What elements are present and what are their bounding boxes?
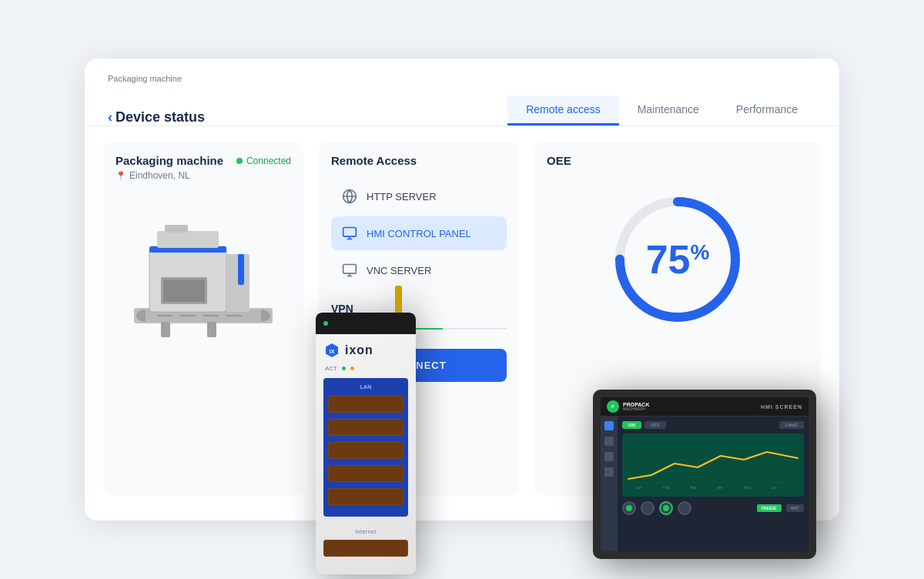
ixon-blue-section: LAN <box>323 378 408 517</box>
breadcrumb-parent: Packaging machine <box>108 74 182 83</box>
ixon-port-3 <box>328 442 403 459</box>
globe-icon <box>340 187 359 206</box>
ixon-port-5 <box>328 396 403 413</box>
svg-text:May: May <box>744 485 752 490</box>
machine-image <box>116 190 291 360</box>
ixon-logo-area: IX ixon <box>316 334 416 362</box>
vnc-server-label: VNC SERVER <box>367 265 431 276</box>
ixon-act-row: ACT <box>316 362 416 375</box>
hmi-sidebar-item1 <box>604 437 614 446</box>
svg-text:Apr: Apr <box>717 485 723 490</box>
ixon-brand-label: ixon <box>345 343 373 357</box>
hmi-sidebar-item3 <box>604 467 614 477</box>
hmi-topbar: P PROPACK MACHINERY HMI SCREEN <box>601 397 808 417</box>
card-header: Packaging machine ‹ Device status Remote… <box>85 59 839 126</box>
svg-rect-16 <box>165 225 188 233</box>
status-dot <box>236 158 243 164</box>
tab-performance[interactable]: Performance <box>718 95 816 126</box>
hmi-knob-1[interactable] <box>622 501 636 515</box>
svg-rect-12 <box>238 254 244 285</box>
hmi-chart-svg: Jan Feb Mar Apr May Jun <box>625 437 801 490</box>
ixon-device: IX ixon ACT LAN <box>316 313 420 579</box>
svg-rect-18 <box>207 322 216 337</box>
tab-maintenance[interactable]: Maintenance <box>619 95 718 126</box>
page-title: Device status <box>116 109 205 126</box>
location-text: Eindhoven, NL <box>129 170 190 181</box>
hmi-knob-3[interactable] <box>659 501 673 515</box>
hmi-brand-text: PROPACK MACHINERY <box>623 402 649 411</box>
back-icon[interactable]: ‹ <box>108 109 112 126</box>
hmi-logo: P PROPACK MACHINERY <box>607 400 649 413</box>
ixon-led-green <box>323 321 328 326</box>
remote-items-list: HTTP SERVER HMI CONTROL PANEL <box>331 179 507 287</box>
machine-name: Packaging machine <box>116 154 223 167</box>
svg-rect-17 <box>161 322 170 337</box>
hmi-sidebar <box>601 417 618 551</box>
hmi-device: P PROPACK MACHINERY HMI SCREEN <box>593 390 816 559</box>
hmi-hist-btn[interactable]: HIST <box>786 504 804 512</box>
machine-header: Packaging machine Connected <box>116 154 291 167</box>
packaging-machine-svg <box>119 208 288 343</box>
ixon-logo-icon: IX <box>323 342 340 359</box>
svg-rect-15 <box>157 231 219 248</box>
status-text: Connected <box>246 156 291 166</box>
hmi-screen: P PROPACK MACHINERY HMI SCREEN <box>601 397 808 551</box>
vnc-icon <box>340 261 359 279</box>
hmi-lang-btn[interactable]: LANG <box>779 421 804 429</box>
hmi-logo-circle: P <box>607 400 619 413</box>
ixon-body: IX ixon ACT LAN <box>316 313 416 574</box>
hmi-knob-4[interactable] <box>678 501 691 515</box>
hmi-knob-1-inner <box>626 505 632 511</box>
hmi-knob-2-inner <box>644 505 651 511</box>
hmi-machinery: MACHINERY <box>623 407 649 411</box>
ixon-top-bar <box>316 313 416 334</box>
hmi-controls-row: ON OFF LANG <box>622 421 804 429</box>
hmi-knobs-row: FREEZE HIST <box>622 500 804 517</box>
ixon-lan-label: LAN <box>328 384 403 390</box>
ixon-port-1 <box>328 488 403 505</box>
tabs-container: Remote access Maintenance Performance <box>507 95 816 126</box>
hmi-content: ON OFF LANG <box>601 417 808 551</box>
remote-item-http[interactable]: HTTP SERVER <box>331 179 507 213</box>
ixon-internet-area: Internet <box>316 520 416 540</box>
hmi-sidebar-item2 <box>604 452 614 461</box>
hmi-screen-label: HMI SCREEN <box>761 404 802 410</box>
hmi-main-content: ON OFF LANG <box>618 417 808 551</box>
hmi-knob-2[interactable] <box>641 501 654 515</box>
remote-item-hmi[interactable]: HMI CONTROL PANEL <box>331 216 507 250</box>
hmi-logo-p: P <box>611 404 614 409</box>
remote-access-title: Remote Access <box>331 154 507 167</box>
svg-rect-20 <box>343 228 357 237</box>
tab-remote-access[interactable]: Remote access <box>507 95 618 126</box>
oee-value: 75% <box>646 237 710 282</box>
ixon-port-4 <box>328 419 403 436</box>
oee-title: OEE <box>547 154 808 167</box>
hmi-off-btn[interactable]: OFF <box>644 421 666 429</box>
ixon-act-label: ACT <box>325 365 337 372</box>
ixon-act-led2 <box>350 366 354 370</box>
location-icon: 📍 <box>116 171 126 181</box>
hmi-knob-4-inner <box>681 505 688 511</box>
svg-text:Jan: Jan <box>636 485 642 490</box>
svg-text:Mar: Mar <box>690 485 697 490</box>
svg-text:Feb: Feb <box>663 485 670 490</box>
hmi-on-btn[interactable]: ON <box>622 421 641 429</box>
status-badge: Connected <box>236 156 291 166</box>
svg-rect-14 <box>163 279 205 302</box>
remote-item-vnc[interactable]: VNC SERVER <box>331 253 507 287</box>
ixon-bottom-port <box>323 540 408 557</box>
http-server-label: HTTP SERVER <box>367 191 437 202</box>
hmi-green-zone: Jan Feb Mar Apr May Jun <box>622 433 804 497</box>
hmi-panel-label: HMI CONTROL PANEL <box>367 228 471 239</box>
ixon-internet-label: Internet <box>355 529 377 534</box>
hmi-sidebar-home <box>604 421 614 430</box>
hmi-knob-3-inner <box>663 505 669 511</box>
hmi-frame: P PROPACK MACHINERY HMI SCREEN <box>593 390 816 559</box>
monitor-icon <box>340 224 359 243</box>
hmi-freeze-btn[interactable]: FREEZE <box>757 504 782 512</box>
machine-panel: Packaging machine Connected 📍 Eindhoven,… <box>103 142 303 496</box>
machine-location: 📍 Eindhoven, NL <box>116 170 291 181</box>
gauge-text: 75% <box>646 236 710 283</box>
gauge-container: 75% <box>608 190 747 329</box>
ixon-act-led <box>342 366 346 370</box>
